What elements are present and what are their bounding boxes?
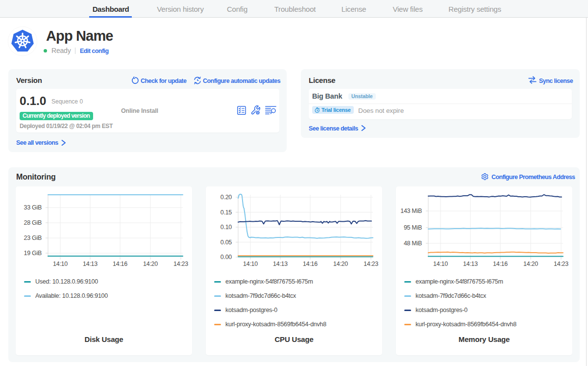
svg-text:28 GiB: 28 GiB [24,219,42,226]
svg-text:95 MiB: 95 MiB [404,224,422,231]
svg-text:0.00: 0.00 [220,254,232,261]
svg-text:19 GiB: 19 GiB [24,250,42,257]
svg-text:0.15: 0.15 [220,209,232,216]
svg-text:48 MiB: 48 MiB [404,240,422,247]
svg-text:14:16: 14:16 [113,261,127,267]
svg-text:14:13: 14:13 [273,261,288,267]
svg-text:0.20: 0.20 [220,194,232,201]
svg-text:0.05: 0.05 [220,239,232,246]
svg-text:14:23: 14:23 [364,261,378,267]
svg-text:23 GiB: 23 GiB [24,235,42,241]
svg-text:14:10: 14:10 [433,261,448,267]
svg-text:14:16: 14:16 [493,261,508,267]
svg-text:14:10: 14:10 [53,261,68,267]
svg-text:0.10: 0.10 [220,224,232,231]
svg-text:14:20: 14:20 [143,261,158,267]
svg-text:14:16: 14:16 [303,261,318,267]
svg-text:143 MiB: 143 MiB [400,208,422,214]
svg-text:14:20: 14:20 [333,261,348,267]
svg-text:14:20: 14:20 [523,261,538,267]
svg-text:14:23: 14:23 [173,261,188,267]
svg-text:14:13: 14:13 [83,261,98,267]
svg-text:14:10: 14:10 [243,261,258,267]
svg-text:14:13: 14:13 [463,261,478,267]
svg-text:14:23: 14:23 [554,261,568,267]
svg-text:33 GiB: 33 GiB [24,204,42,211]
